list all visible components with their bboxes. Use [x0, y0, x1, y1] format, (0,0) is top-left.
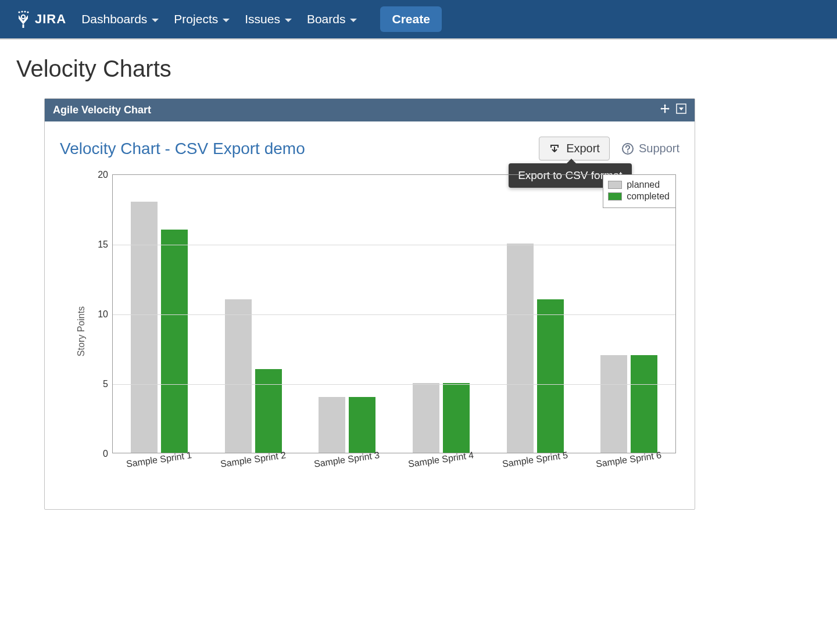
export-button[interactable]: Export	[539, 137, 610, 160]
nav-projects[interactable]: Projects	[174, 12, 230, 26]
y-tick: 10	[92, 309, 108, 320]
nav-boards-label: Boards	[307, 12, 346, 26]
svg-point-1	[21, 10, 23, 12]
nav-dashboards-label: Dashboards	[81, 12, 147, 26]
x-axis-labels: Sample Sprint 1Sample Sprint 2Sample Spr…	[112, 453, 676, 488]
page-title: Velocity Charts	[16, 56, 821, 82]
x-tick-label: Sample Sprint 6	[595, 450, 662, 470]
svg-point-0	[18, 11, 20, 13]
gridline	[113, 245, 675, 245]
chevron-down-icon	[152, 19, 159, 22]
gridline	[113, 314, 675, 315]
nav-issues-label: Issues	[245, 12, 280, 26]
bar-planned[interactable]	[225, 299, 252, 453]
y-tick: 20	[92, 170, 108, 180]
gadget-actions: Export Export to CSV format Support	[539, 137, 679, 160]
svg-point-8	[627, 151, 628, 152]
bar-planned[interactable]	[131, 202, 158, 453]
support-link-label: Support	[639, 142, 679, 155]
y-tick: 0	[92, 449, 108, 459]
dropdown-icon[interactable]	[676, 103, 686, 117]
move-icon[interactable]	[660, 103, 670, 117]
gadget-header: Agile Velocity Chart	[45, 99, 695, 121]
svg-point-3	[27, 11, 28, 13]
bar-planned[interactable]	[600, 355, 627, 453]
chart-plot-area: planned completed 05101520	[112, 174, 676, 453]
gridline	[113, 384, 675, 385]
create-button[interactable]: Create	[380, 6, 441, 32]
support-link[interactable]: Support	[621, 142, 679, 155]
velocity-gadget: Agile Velocity Chart Velocity Chart - CS…	[44, 98, 695, 510]
bar-completed[interactable]	[161, 230, 188, 453]
bar-planned[interactable]	[413, 383, 439, 453]
export-button-label: Export	[566, 142, 600, 155]
x-tick-label: Sample Sprint 3	[313, 450, 380, 470]
brand-text: JIRA	[35, 12, 66, 27]
chevron-down-icon	[285, 19, 292, 22]
create-button-label: Create	[392, 12, 430, 26]
bar-completed[interactable]	[631, 355, 657, 453]
chevron-down-icon	[223, 19, 230, 22]
bar-planned[interactable]	[319, 397, 345, 453]
x-tick-label: Sample Sprint 2	[220, 450, 287, 470]
jira-logo[interactable]: JIRA	[16, 10, 66, 28]
bar-completed[interactable]	[537, 299, 564, 453]
y-axis-label: Story Points	[76, 306, 87, 356]
gadget-body: Velocity Chart - CSV Export demo Export …	[45, 121, 695, 509]
x-tick-label: Sample Sprint 4	[407, 450, 474, 470]
y-tick: 15	[92, 239, 108, 250]
bars-layer	[113, 175, 675, 453]
bar-completed[interactable]	[349, 397, 375, 453]
svg-point-2	[24, 10, 26, 12]
nav-issues[interactable]: Issues	[245, 12, 292, 26]
jira-logo-icon	[16, 10, 30, 28]
nav-projects-label: Projects	[174, 12, 218, 26]
x-tick-label: Sample Sprint 5	[502, 450, 568, 470]
nav-dashboards[interactable]: Dashboards	[81, 12, 159, 26]
chevron-down-icon	[350, 19, 357, 22]
bar-completed[interactable]	[255, 369, 282, 453]
chart-title: Velocity Chart - CSV Export demo	[60, 139, 305, 158]
top-nav: JIRA Dashboards Projects Issues Boards C…	[0, 0, 837, 38]
bar-completed[interactable]	[443, 383, 470, 453]
bar-planned[interactable]	[507, 244, 534, 453]
page: Velocity Charts Agile Velocity Chart Vel…	[0, 40, 837, 533]
nav-boards[interactable]: Boards	[307, 12, 357, 26]
export-icon	[549, 143, 560, 155]
velocity-chart: Story Points planned completed 05101520	[60, 174, 679, 488]
gadget-header-title: Agile Velocity Chart	[53, 104, 151, 116]
x-tick-label: Sample Sprint 1	[126, 450, 192, 470]
help-icon	[621, 142, 634, 155]
y-tick: 5	[92, 379, 108, 389]
